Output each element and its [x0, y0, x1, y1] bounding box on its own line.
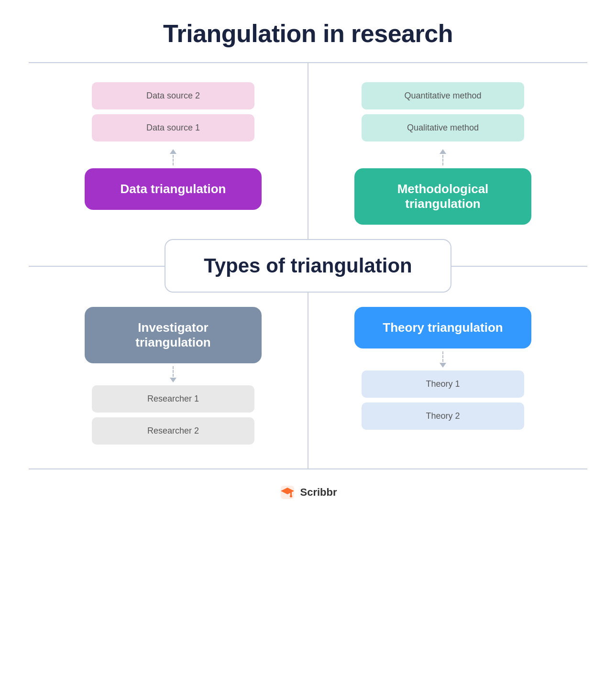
arrow-data-up: [170, 149, 176, 165]
researcher-1-card: Researcher 1: [92, 385, 254, 413]
quantitative-method-card: Quantitative method: [362, 82, 524, 109]
footer: Scribbr: [279, 484, 337, 501]
arrow-tip-up-method: [440, 149, 446, 154]
data-source-2-card: Data source 2: [92, 82, 254, 109]
qualitative-method-card: Qualitative method: [362, 114, 524, 142]
methodological-triangulation-card: Methodological triangulation: [354, 168, 531, 225]
arrow-tip-down-theory: [440, 363, 446, 368]
researcher-2-card: Researcher 2: [92, 417, 254, 445]
theory-1-card: Theory 1: [362, 370, 524, 398]
dashed-line-theory: [442, 351, 443, 362]
center-box-title: Types of triangulation: [204, 254, 412, 277]
scribbr-icon: [279, 484, 296, 501]
theory-2-card: Theory 2: [362, 403, 524, 430]
dashed-line-investigator: [173, 366, 174, 377]
bottom-divider: [29, 468, 587, 469]
center-box: Types of triangulation: [165, 239, 451, 293]
svg-point-3: [290, 495, 292, 498]
arrow-tip-down-investigator: [170, 378, 176, 382]
center-row: Types of triangulation: [29, 239, 587, 293]
page-title: Triangulation in research: [163, 19, 453, 48]
diagram: Data source 2 Data source 1 Data triangu…: [29, 62, 587, 469]
investigator-triangulation-quadrant: Investigator triangulation Researcher 1 …: [29, 293, 308, 468]
dashed-line-method: [442, 155, 443, 165]
methodological-triangulation-quadrant: Quantitative method Qualitative method M…: [308, 63, 587, 239]
arrow-method-up: [440, 149, 446, 165]
scribbr-brand-name: Scribbr: [300, 486, 337, 499]
theory-triangulation-card: Theory triangulation: [354, 307, 531, 348]
investigator-triangulation-card: Investigator triangulation: [85, 307, 262, 363]
top-half: Data source 2 Data source 1 Data triangu…: [29, 63, 587, 239]
arrow-tip-up-data: [170, 149, 176, 154]
dashed-line-data: [173, 155, 174, 165]
bottom-half: Investigator triangulation Researcher 1 …: [29, 293, 587, 468]
theory-triangulation-quadrant: Theory triangulation Theory 1 Theory 2: [308, 293, 587, 468]
data-triangulation-quadrant: Data source 2 Data source 1 Data triangu…: [29, 63, 308, 239]
data-triangulation-card: Data triangulation: [85, 168, 262, 210]
arrow-investigator-down: [170, 366, 176, 382]
data-source-1-card: Data source 1: [92, 114, 254, 142]
arrow-theory-down: [440, 351, 446, 368]
scribbr-logo: Scribbr: [279, 484, 337, 501]
